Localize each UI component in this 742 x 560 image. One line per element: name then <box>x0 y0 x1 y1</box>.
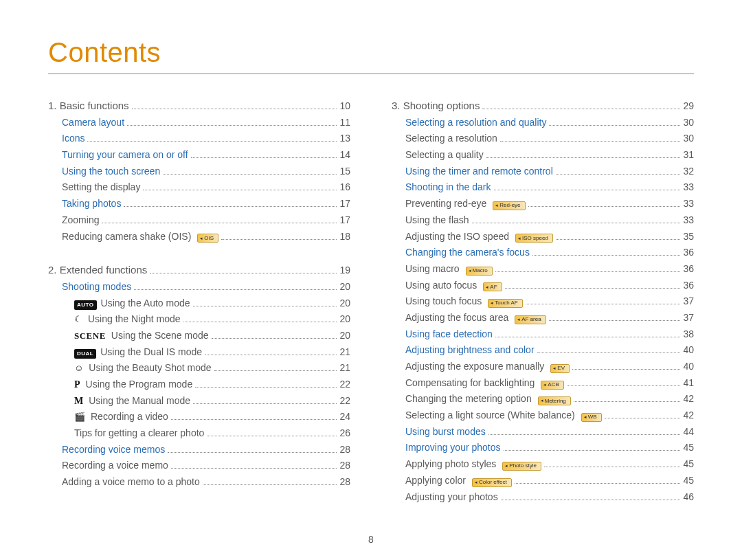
toc-page: 44 <box>683 425 694 440</box>
toc-label-text: Setting the display <box>62 180 140 195</box>
toc-entry: SCENEUsing the Scene mode20 <box>48 328 350 344</box>
leader-dots <box>532 255 681 256</box>
toc-page: 32 <box>683 164 694 179</box>
toc-entry[interactable]: Using the timer and remote control32 <box>392 164 694 179</box>
toc-entry[interactable]: Camera layout11 <box>48 115 350 131</box>
toc-entry[interactable]: Turning your camera on or off14 <box>48 148 350 163</box>
toc-label: 3. Shooting options <box>392 98 480 113</box>
toc-entry[interactable]: Using face detection38 <box>392 327 694 342</box>
toc-label-text: Turning your camera on or off <box>62 148 188 163</box>
toc-page: 20 <box>339 296 350 311</box>
toc-page: 36 <box>683 278 694 293</box>
leader-dots <box>221 239 337 240</box>
leader-dots <box>127 125 337 126</box>
toc-entry[interactable]: Using burst modes44 <box>392 425 694 440</box>
leader-dots <box>168 452 337 453</box>
toc-entry[interactable]: Shooting modes20 <box>48 280 350 295</box>
toc-entry[interactable]: Selecting a resolution and quality30 <box>392 115 694 131</box>
toc-label: PUsing the Program mode <box>74 377 192 392</box>
toc-label: Reducing camera shake (OIS)OIS <box>62 229 218 245</box>
leader-dots <box>124 206 337 207</box>
toc-entry[interactable]: Icons13 <box>48 131 350 146</box>
toc-label-text: Preventing red-eye <box>405 197 486 212</box>
toc-label: ☾Using the Night mode <box>74 312 181 327</box>
option-badge: Color effect <box>472 478 512 487</box>
toc-page: 45 <box>683 457 694 472</box>
leader-dots <box>494 190 681 190</box>
toc-label-text: Using the Manual mode <box>89 394 190 409</box>
toc-entry: 1. Basic functions10 <box>48 98 350 114</box>
toc-label-text: Changing the metering option <box>405 392 532 407</box>
toc-label-text: Icons <box>62 131 85 146</box>
leader-dots <box>605 418 681 418</box>
toc-label: Recording voice memos <box>62 443 165 458</box>
toc-entry: Setting the display16 <box>48 180 350 195</box>
mode-icon-p: P <box>74 377 80 392</box>
mode-icon-dual: DUAL <box>74 349 96 359</box>
option-badge: WB <box>581 413 602 422</box>
toc-page: 17 <box>339 197 350 212</box>
toc-label: Shooting in the dark <box>405 180 491 195</box>
toc-label: SCENEUsing the Scene mode <box>74 328 209 344</box>
toc-entry[interactable]: Shooting in the dark33 <box>392 180 694 195</box>
toc-entry: 3. Shooting options29 <box>392 98 694 114</box>
toc-page: 20 <box>339 312 350 327</box>
toc-label-text: Improving your photos <box>405 440 501 456</box>
leader-dots <box>171 468 337 469</box>
toc-page: 38 <box>683 327 694 342</box>
leader-dots <box>501 500 681 500</box>
toc-label-text: Changing the camera's focus <box>405 245 530 260</box>
toc-entry[interactable]: Taking photos17 <box>48 197 350 212</box>
toc-entry[interactable]: Adjusting brightness and color40 <box>392 343 694 358</box>
leader-dots <box>87 141 337 142</box>
toc-entry: Selecting a light source (White balance)… <box>392 408 694 423</box>
toc-label-text: Using macro <box>405 262 460 277</box>
toc-label: Turning your camera on or off <box>62 148 188 163</box>
toc-page: 16 <box>339 180 350 195</box>
toc-label-text: Recording voice memos <box>62 443 165 458</box>
toc-label-text: 1. Basic functions <box>48 98 129 113</box>
toc-label-text: Using the touch screen <box>62 164 160 179</box>
toc-page: 22 <box>339 394 350 409</box>
toc-label-text: Applying color <box>405 473 466 489</box>
toc-page: 18 <box>339 229 350 245</box>
toc-label: Adjusting brightness and color <box>405 343 535 358</box>
toc-page: 31 <box>683 148 694 163</box>
option-badge: Red-eye <box>493 201 525 210</box>
leader-dots <box>132 109 337 109</box>
leader-dots <box>212 338 337 339</box>
toc-label-text: Selecting a resolution and quality <box>405 115 546 131</box>
leader-dots <box>486 157 681 158</box>
option-badge: ISO speed <box>515 234 553 243</box>
toc-entry[interactable]: Using the touch screen15 <box>48 164 350 179</box>
option-badge: Touch AF <box>488 299 522 308</box>
mode-icon-beauty: ☺ <box>74 361 83 375</box>
option-badge: ACB <box>541 381 563 390</box>
toc-label: Preventing red-eyeRed-eye <box>405 197 526 212</box>
toc-label-text: Tips for getting a clearer photo <box>74 426 204 441</box>
toc-label: Tips for getting a clearer photo <box>74 426 204 441</box>
toc-label-text: Using the flash <box>405 213 469 228</box>
toc-label: Camera layout <box>62 115 124 131</box>
toc-entry[interactable]: Changing the camera's focus36 <box>392 245 694 260</box>
toc-entry: ☾Using the Night mode20 <box>48 312 350 327</box>
toc-entry[interactable]: Improving your photos45 <box>392 440 694 456</box>
toc-entry[interactable]: Recording voice memos28 <box>48 443 350 458</box>
toc-label: Adding a voice memo to a photo <box>62 475 200 490</box>
leader-dots <box>150 273 337 273</box>
toc-entry: Adjusting the exposure manuallyEV40 <box>392 359 694 374</box>
toc-page: 46 <box>683 490 694 505</box>
option-badge: Photo style <box>502 462 541 471</box>
toc-label: Using the timer and remote control <box>405 164 553 179</box>
toc-page: 13 <box>339 131 350 146</box>
mode-icon-video: 🎬 <box>74 410 85 424</box>
toc-entry: Adjusting the focus areaAF area37 <box>392 311 694 326</box>
toc-label: Recording a voice memo <box>62 458 168 473</box>
leader-dots <box>567 385 681 386</box>
toc-label: Using the touch screen <box>62 164 160 179</box>
toc-entry: Applying photo stylesPhoto style45 <box>392 457 694 472</box>
toc-label-text: Using the Beauty Shot mode <box>89 361 211 376</box>
leader-dots <box>549 125 680 126</box>
leader-dots <box>205 355 337 355</box>
toc-entry: Adjusting your photos46 <box>392 490 694 505</box>
